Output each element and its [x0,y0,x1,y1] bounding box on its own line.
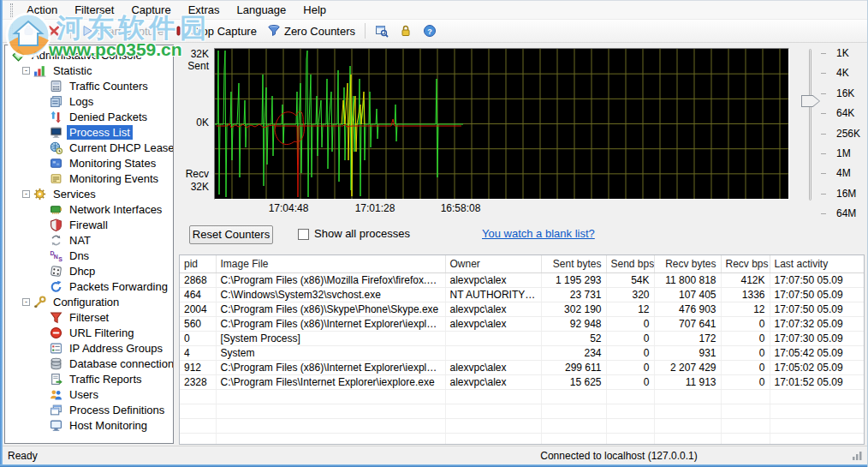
sidebar-item-process-list[interactable]: Process List [5,124,173,140]
menu-action[interactable]: Action [18,1,66,19]
blank-list-help-link[interactable]: You watch a blank list? [482,227,595,240]
table-cell [606,389,654,404]
help-button[interactable]: ? [419,22,441,39]
scale-label-1m: 1M [836,147,851,159]
collapse-icon[interactable]: - [22,298,30,306]
sidebar-item-dns[interactable]: DNSDns [5,248,173,263]
table-row[interactable]: 464C:\Windows\System32\svchost.exeNT AUT… [180,287,865,302]
table-cell [721,433,770,445]
status-bar: Ready Connected to localhost (127.0.0.1) [3,446,867,464]
table-row[interactable]: 2868C:\Program Files (x86)\Mozilla Firef… [180,272,865,287]
table-cell [445,389,541,404]
window-edge-left [0,0,3,467]
host-monitoring-icon [50,419,62,432]
table-cell: 0 [721,316,770,331]
menu-help[interactable]: Help [294,1,335,19]
sidebar-item-monitoring-events[interactable]: Monitoring Events [5,171,173,186]
sidebar-item-nat[interactable]: NAT [5,232,173,248]
show-all-processes-checkbox[interactable] [298,229,309,240]
nat-icon [50,234,62,247]
lock-button[interactable] [395,22,417,39]
column-header-recv-bytes[interactable]: Recv bytes [654,255,721,272]
table-cell: 0 [606,374,654,389]
pause-icon [174,24,187,38]
menu-filterset[interactable]: Filterset [66,1,122,19]
stop-capture-button[interactable]: Stop Capture [169,22,261,39]
zero-counters-button[interactable]: Zero Counters [263,22,360,39]
column-header-owner[interactable]: Owner [445,255,541,272]
table-cell: 707 641 [654,316,721,331]
sidebar-item-ip-address-groups[interactable]: IP Address Groups [5,340,173,356]
table-cell: 23 731 [541,287,606,302]
sidebar-item-traffic-counters[interactable]: Traffic Counters [5,78,173,93]
menu-extras[interactable]: Extras [180,1,229,19]
table-cell [721,418,770,433]
sidebar-item-logs[interactable]: Logs [5,93,173,109]
sidebar-item-database-connection[interactable]: Database connection [5,356,173,371]
disconnect-button[interactable] [43,22,65,39]
sidebar-item-monitoring-states[interactable]: Monitoring States [5,155,173,171]
sidebar-item-url-filtering[interactable]: URL Filtering [5,325,173,340]
sidebar-item-dhcp[interactable]: Dhcp [5,263,173,278]
toolbar-gripper[interactable] [10,24,13,38]
table-cell: 464 [180,287,216,302]
sidebar-item-label: Monitoring States [67,156,158,171]
table-cell: 17:07:50 05.09 [770,287,865,302]
sidebar-item-configuration[interactable]: -Configuration [5,294,173,309]
table-cell: 299 611 [541,360,606,374]
table-cell [216,404,445,418]
column-header-last-activity[interactable]: Last activity [770,255,865,272]
sidebar-item-host-monitoring[interactable]: Host Monitoring [5,417,173,433]
table-cell: 11 913 [654,374,721,389]
menubar-gripper[interactable] [10,3,13,17]
column-header-recv-bps[interactable]: Recv bps [721,255,770,272]
sidebar-item-filterset[interactable]: Filterset [5,309,173,325]
table-row[interactable]: 560C:\Program Files (x86)\Internet Explo… [180,316,865,331]
table-cell: 0 [606,360,654,374]
scale-tick [821,194,826,195]
menu-capture[interactable]: Capture [122,1,179,19]
disconnect-icon [47,24,61,38]
scale-slider-track[interactable] [809,49,812,201]
reset-counters-button[interactable]: Reset Counters [189,225,273,244]
console-icon [12,49,25,62]
dns-icon: DNS [50,249,62,262]
sidebar-item-administative-console[interactable]: Administative Console [5,47,173,63]
table-cell: 52 [541,331,606,345]
collapse-icon[interactable]: - [22,190,30,198]
menu-language[interactable]: Language [228,1,294,19]
column-header-pid[interactable]: pid [180,255,216,272]
table-cell: alexvpc\alex [445,360,541,374]
sidebar-item-traffic-reports[interactable]: Traffic Reports [5,371,173,386]
connect-button[interactable] [19,22,41,39]
sidebar-item-process-definitions[interactable]: Process Definitions [5,402,173,417]
table-cell: 172 [654,331,721,345]
start-capture-button[interactable]: Start Capture [76,22,168,39]
sidebar-item-statistic[interactable]: -Statistic [5,63,173,78]
sidebar-item-denied-packets[interactable]: Denied Packets [5,109,173,124]
sidebar-item-firewall[interactable]: Firewall [5,217,173,232]
table-row[interactable]: 912C:\Program Files (x86)\Internet Explo… [180,360,865,374]
column-header-sent-bytes[interactable]: Sent bytes [541,255,606,272]
table-row[interactable]: 2004C:\Program Files (x86)\Skype\Phone\S… [180,302,865,316]
table-cell: C:\Program Files (x86)\Internet Explorer… [216,316,445,331]
sidebar-item-users[interactable]: Users [5,386,173,402]
traffic-reports-icon [50,373,62,386]
scale-slider-thumb[interactable] [801,95,820,107]
sidebar-item-label: Logs [67,94,96,109]
table-cell [445,331,541,345]
collapse-icon[interactable]: - [22,67,30,75]
scale-tick [821,113,826,114]
table-row[interactable]: 0[System Process]520172017:07:30 05.09 [180,331,865,345]
sidebar-item-current-dhcp-leases[interactable]: Current DHCP Leases [5,140,173,155]
table-row[interactable]: 2328C:\Program Files\Internet Explorer\i… [180,374,865,389]
column-header-image-file[interactable]: Image File [216,255,445,272]
sidebar-item-network-interfaces[interactable]: Network Interfaces [5,201,173,217]
table-cell: alexvpc\alex [445,374,541,389]
sidebar-item-services[interactable]: -Services [5,186,173,201]
table-cell [180,433,216,445]
column-header-send-bps[interactable]: Send bps * [606,255,654,272]
find-window-button[interactable] [371,22,393,39]
table-row[interactable]: 4System2340931017:05:42 05.09 [180,345,865,360]
sidebar-item-packets-forwarding[interactable]: Packets Forwarding [5,278,173,294]
